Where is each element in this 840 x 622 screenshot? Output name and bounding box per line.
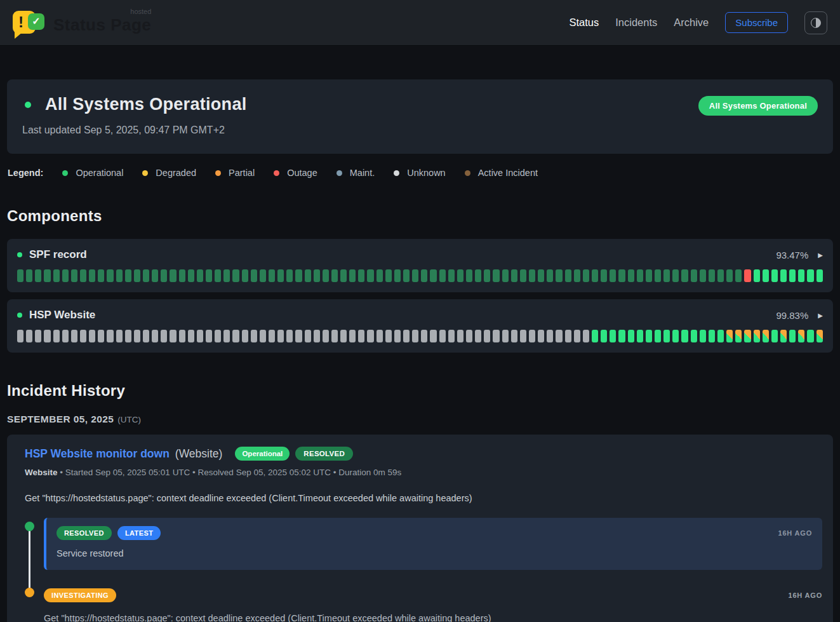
uptime-bar[interactable] bbox=[439, 330, 446, 342]
uptime-bar[interactable] bbox=[789, 330, 796, 342]
nav-link-status[interactable]: Status bbox=[569, 17, 599, 29]
uptime-bar[interactable] bbox=[206, 269, 212, 282]
uptime-bar[interactable] bbox=[340, 269, 347, 282]
uptime-bar[interactable] bbox=[610, 330, 616, 342]
uptime-bar[interactable] bbox=[269, 269, 275, 282]
uptime-bar[interactable] bbox=[242, 269, 248, 282]
uptime-bar[interactable] bbox=[197, 330, 203, 342]
uptime-bar[interactable] bbox=[179, 330, 185, 342]
uptime-bar[interactable] bbox=[385, 330, 392, 342]
uptime-bar[interactable] bbox=[538, 269, 544, 282]
uptime-bar[interactable] bbox=[601, 330, 607, 342]
uptime-bar[interactable] bbox=[529, 269, 535, 282]
uptime-bar[interactable] bbox=[314, 330, 320, 342]
component-expand-arrow-icon[interactable]: ▶ bbox=[818, 252, 823, 259]
uptime-bar[interactable] bbox=[511, 330, 517, 342]
uptime-bar[interactable] bbox=[817, 269, 823, 282]
uptime-bar[interactable] bbox=[215, 330, 221, 342]
uptime-bar[interactable] bbox=[726, 269, 733, 282]
uptime-bar[interactable] bbox=[80, 330, 86, 342]
uptime-bar[interactable] bbox=[520, 269, 526, 282]
uptime-bar[interactable] bbox=[556, 330, 562, 342]
uptime-bar[interactable] bbox=[367, 330, 373, 342]
uptime-bar[interactable] bbox=[439, 269, 446, 282]
uptime-bar[interactable] bbox=[771, 269, 778, 282]
uptime-bar[interactable] bbox=[17, 330, 23, 342]
uptime-bar[interactable] bbox=[484, 330, 490, 342]
uptime-bar[interactable] bbox=[565, 330, 571, 342]
uptime-bar[interactable] bbox=[98, 269, 104, 282]
uptime-bar[interactable] bbox=[71, 269, 77, 282]
uptime-bar[interactable] bbox=[663, 330, 670, 342]
uptime-bar[interactable] bbox=[188, 330, 194, 342]
uptime-bar[interactable] bbox=[44, 269, 50, 282]
uptime-bar[interactable] bbox=[421, 330, 427, 342]
uptime-bar[interactable] bbox=[655, 330, 661, 342]
uptime-bar[interactable] bbox=[125, 269, 131, 282]
uptime-bar[interactable] bbox=[655, 269, 661, 282]
uptime-bar[interactable] bbox=[394, 330, 401, 342]
uptime-bar[interactable] bbox=[377, 330, 383, 342]
uptime-bar[interactable] bbox=[493, 269, 499, 282]
uptime-bar[interactable] bbox=[717, 330, 724, 342]
uptime-bar[interactable] bbox=[35, 269, 41, 282]
uptime-bar[interactable] bbox=[798, 269, 804, 282]
uptime-bar[interactable] bbox=[475, 269, 481, 282]
uptime-bar[interactable] bbox=[583, 269, 589, 282]
uptime-bar[interactable] bbox=[305, 269, 311, 282]
uptime-bar[interactable] bbox=[709, 330, 715, 342]
uptime-bar[interactable] bbox=[116, 330, 123, 342]
uptime-bar[interactable] bbox=[35, 330, 41, 342]
uptime-bar[interactable] bbox=[403, 269, 410, 282]
uptime-bar[interactable] bbox=[295, 269, 302, 282]
uptime-bar[interactable] bbox=[349, 330, 356, 342]
uptime-bar[interactable] bbox=[610, 269, 616, 282]
uptime-bar[interactable] bbox=[323, 330, 329, 342]
uptime-bar[interactable] bbox=[592, 330, 598, 342]
component-expand-arrow-icon[interactable]: ▶ bbox=[818, 312, 823, 319]
uptime-bar[interactable] bbox=[754, 269, 760, 282]
uptime-bar[interactable] bbox=[556, 269, 562, 282]
uptime-bar[interactable] bbox=[26, 330, 32, 342]
uptime-bar[interactable] bbox=[277, 269, 284, 282]
uptime-bar[interactable] bbox=[223, 330, 230, 342]
uptime-bar[interactable] bbox=[170, 269, 176, 282]
uptime-bar[interactable] bbox=[672, 330, 679, 342]
uptime-bar[interactable] bbox=[143, 330, 149, 342]
uptime-bar[interactable] bbox=[197, 269, 203, 282]
uptime-bar[interactable] bbox=[215, 269, 221, 282]
uptime-bar[interactable] bbox=[394, 269, 401, 282]
uptime-bar[interactable] bbox=[89, 330, 95, 342]
uptime-bar[interactable] bbox=[295, 330, 302, 342]
uptime-bar[interactable] bbox=[628, 269, 634, 282]
logo[interactable]: ! ✓ Status Page hosted bbox=[13, 8, 151, 37]
uptime-bar[interactable] bbox=[98, 330, 104, 342]
uptime-bar[interactable] bbox=[251, 330, 257, 342]
uptime-bar[interactable] bbox=[421, 269, 427, 282]
uptime-bar[interactable] bbox=[286, 269, 293, 282]
uptime-bar[interactable] bbox=[251, 269, 257, 282]
uptime-bar[interactable] bbox=[62, 269, 69, 282]
uptime-bar[interactable] bbox=[260, 330, 266, 342]
uptime-bar[interactable] bbox=[152, 330, 158, 342]
uptime-bar[interactable] bbox=[817, 330, 823, 342]
uptime-bar[interactable] bbox=[547, 269, 553, 282]
uptime-bar[interactable] bbox=[691, 269, 697, 282]
component-header[interactable]: SPF record93.47%▶ bbox=[17, 248, 823, 261]
uptime-bar[interactable] bbox=[448, 269, 455, 282]
uptime-bar[interactable] bbox=[134, 269, 140, 282]
uptime-bar[interactable] bbox=[646, 269, 652, 282]
uptime-bar[interactable] bbox=[457, 269, 463, 282]
nav-link-incidents[interactable]: Incidents bbox=[615, 17, 657, 29]
uptime-bar[interactable] bbox=[232, 269, 239, 282]
uptime-bar[interactable] bbox=[538, 330, 544, 342]
uptime-bar[interactable] bbox=[62, 330, 69, 342]
uptime-bar[interactable] bbox=[717, 269, 724, 282]
uptime-bar[interactable] bbox=[260, 269, 266, 282]
uptime-bar[interactable] bbox=[529, 330, 535, 342]
uptime-bar[interactable] bbox=[170, 330, 176, 342]
uptime-bar[interactable] bbox=[807, 269, 813, 282]
uptime-bar[interactable] bbox=[188, 269, 194, 282]
uptime-bar[interactable] bbox=[53, 330, 60, 342]
uptime-bar[interactable] bbox=[502, 330, 509, 342]
